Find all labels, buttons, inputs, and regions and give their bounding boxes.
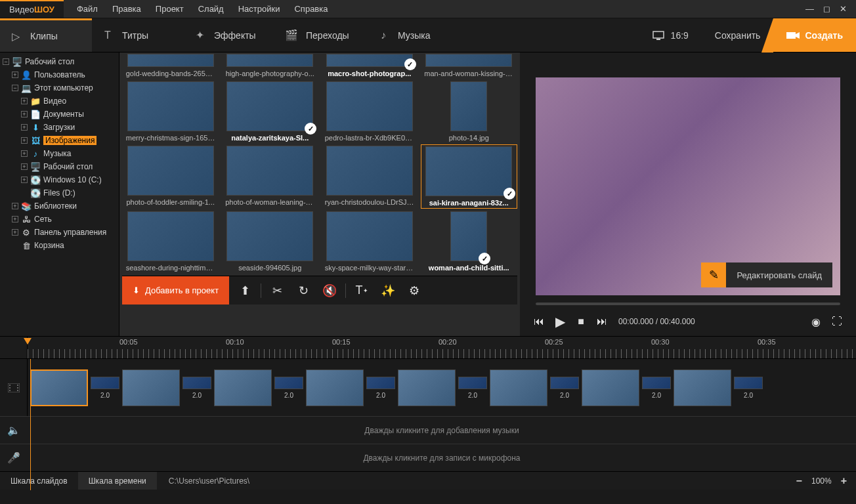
tree-desktop[interactable]: −🖥️Рабочий стол [0, 55, 119, 68]
tree-videos[interactable]: +📁Видео [0, 94, 119, 108]
create-button[interactable]: Создать [773, 18, 856, 52]
play-icon[interactable]: ▶ [553, 314, 567, 329]
stop-icon[interactable]: ■ [574, 314, 588, 329]
thumbnail-item[interactable]: pedro-lastra-br-Xdb9KE0Q... [321, 80, 418, 143]
tree-network[interactable]: +🖧Сеть [0, 213, 119, 226]
zoom-in-button[interactable]: + [841, 475, 847, 487]
ruler-label: 00:35 [758, 338, 776, 346]
menu-file[interactable]: Файл [70, 0, 104, 18]
tab-clips[interactable]: ▷ Клипы [0, 18, 92, 52]
timeline-clip[interactable] [214, 369, 272, 406]
timeline-transition[interactable]: 2.0 [550, 377, 579, 399]
tree-win10[interactable]: +💽Windows 10 (C:) [0, 173, 119, 186]
thumbnail-item[interactable]: photo-14.jpg [421, 80, 518, 143]
thumbnail-panel[interactable]: gold-wedding-bands-2657...high-angle-pho… [119, 52, 520, 336]
thumbnail-item[interactable]: photo-of-woman-leaning-o... [222, 144, 319, 209]
thumbnail-item[interactable]: ✓woman-and-child-sitti... [421, 210, 518, 273]
thumbnail-item[interactable]: ✓natalya-zaritskaya-SI... [222, 80, 319, 143]
mic-hint: Дважды кликните для записи с микрофона [28, 444, 856, 471]
menu-settings[interactable]: Настройки [232, 0, 287, 18]
tree-thispc[interactable]: −💻Этот компьютер [0, 81, 119, 94]
tree-user[interactable]: +👤Пользователь [0, 68, 119, 81]
add-to-project-button[interactable]: ⬇ Добавить в проект [122, 276, 229, 304]
tab-titles[interactable]: T Титры [92, 18, 184, 52]
rotate-icon[interactable]: ↻ [293, 280, 314, 301]
upload-icon[interactable]: ⬆ [234, 280, 255, 301]
timeline-clip[interactable] [490, 369, 547, 406]
mic-icon: 🎤 [0, 444, 28, 471]
window-maximize-icon[interactable]: ◻ [823, 4, 830, 14]
tree-downloads[interactable]: +⬇Загрузки [0, 121, 119, 134]
svg-rect-8 [17, 387, 18, 388]
scissors-icon[interactable]: ✂ [267, 280, 288, 301]
tree-images[interactable]: +🖼Изображения [0, 134, 119, 147]
thumbnail-item[interactable]: gold-wedding-bands-2657... [122, 52, 219, 79]
thumbnail-item[interactable]: ✓sai-kiran-anagani-83z... [421, 144, 518, 209]
next-icon[interactable]: ⏭ [595, 314, 609, 329]
timeline-transition[interactable]: 2.0 [642, 377, 671, 399]
menu-project[interactable]: Проект [149, 0, 190, 18]
menu-slide[interactable]: Слайд [192, 0, 230, 18]
gear-icon[interactable]: ⚙ [404, 280, 425, 301]
thumbnail-item[interactable]: high-angle-photography-o... [222, 52, 319, 79]
timeline-transition[interactable]: 2.0 [458, 377, 487, 399]
mic-track[interactable]: 🎤 Дважды кликните для записи с микрофона [0, 444, 856, 471]
tab-music[interactable]: ♪ Музыка [368, 18, 460, 52]
thumbnail-item[interactable]: ryan-christodoulou-LDrSJ3... [321, 144, 418, 209]
mute-icon[interactable]: 🔇 [319, 280, 340, 301]
fullscreen-icon[interactable]: ⛶ [830, 314, 844, 329]
tree-libraries[interactable]: +📚Библиотеки [0, 200, 119, 213]
file-tree[interactable]: −🖥️Рабочий стол +👤Пользователь −💻Этот ко… [0, 52, 119, 336]
tab-effects[interactable]: ✦ Эффекты [184, 18, 276, 52]
timeline-clip[interactable] [122, 369, 180, 406]
thumbnail-item[interactable]: seashore-during-nighttime... [122, 210, 219, 273]
svg-rect-5 [9, 387, 11, 388]
speaker-icon: 🔈 [0, 417, 28, 444]
text-tool-icon[interactable]: T✦ [351, 280, 372, 301]
edit-slide-button[interactable]: ✎ Редактировать слайд [701, 262, 832, 287]
window-close-icon[interactable]: ✕ [840, 4, 847, 14]
tree-filesd[interactable]: 💽Files (D:) [0, 186, 119, 200]
timeline[interactable]: 2.02.02.02.02.02.02.02.0 [0, 358, 856, 416]
prev-icon[interactable]: ⏮ [532, 314, 546, 329]
timeline-transition[interactable]: 2.0 [734, 377, 763, 399]
menu-help[interactable]: Справка [288, 0, 334, 18]
tree-trash[interactable]: 🗑Корзина [0, 239, 119, 252]
thumbnail-item[interactable]: sky-space-milky-way-stars-... [321, 210, 418, 273]
aspect-ratio[interactable]: 16:9 [639, 30, 702, 41]
thumbnail-item[interactable]: seaside-994605.jpg [222, 210, 319, 273]
seek-bar[interactable] [536, 301, 840, 307]
tree-music[interactable]: +♪Музыка [0, 147, 119, 160]
transition-duration: 2.0 [560, 392, 569, 399]
tree-documents[interactable]: +📄Документы [0, 108, 119, 121]
thumbnail-item[interactable]: ✓macro-shot-photograp... [321, 52, 418, 79]
tree-control[interactable]: +⚙Панель управления [0, 226, 119, 239]
thumbnail-item[interactable]: man-and-woman-kissing-2... [421, 52, 518, 79]
window-minimize-icon[interactable]: — [805, 4, 814, 14]
timeline-transition[interactable]: 2.0 [274, 377, 303, 399]
timeline-clip[interactable] [582, 369, 639, 406]
zoom-out-button[interactable]: − [796, 475, 802, 487]
time-scale-tab[interactable]: Шкала времени [78, 472, 157, 490]
tree-desk2[interactable]: +🖥️Рабочий стол [0, 160, 119, 173]
timeline-clip[interactable] [30, 369, 88, 406]
menu-edit[interactable]: Правка [106, 0, 148, 18]
timeline-clip[interactable] [306, 369, 364, 406]
preview-image[interactable]: ✎ Редактировать слайд [536, 77, 840, 295]
timeline-transition[interactable]: 2.0 [182, 377, 211, 399]
timeline-clip[interactable] [398, 369, 456, 406]
timeline-clip[interactable] [674, 369, 731, 406]
magic-icon[interactable]: ✨ [377, 280, 398, 301]
music-track[interactable]: 🔈 Дважды кликните для добавления музыки [0, 416, 856, 444]
time-display: 00:00.000 / 00:40.000 [618, 317, 695, 326]
check-badge-icon: ✓ [404, 58, 416, 70]
slides-scale-tab[interactable]: Шкала слайдов [0, 472, 78, 490]
thumbnail-item[interactable]: merry-christmas-sign-1656... [122, 80, 219, 143]
timeline-transition[interactable]: 2.0 [91, 377, 119, 399]
snapshot-icon[interactable]: ◉ [809, 314, 823, 329]
ruler-label: 00:05 [119, 338, 138, 346]
timeline-transition[interactable]: 2.0 [366, 377, 395, 399]
thumbnail-item[interactable]: photo-of-toddler-smiling-1... [122, 144, 219, 209]
tab-transitions[interactable]: 🎬 Переходы [276, 18, 368, 52]
timeline-ruler[interactable]: 00:0500:1000:1500:2000:2500:3000:35 [0, 336, 856, 358]
